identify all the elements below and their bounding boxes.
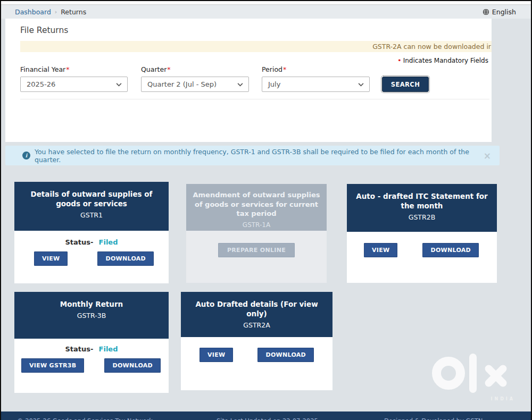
breadcrumb-dashboard-link[interactable]: Dashboard: [15, 8, 51, 16]
gstr2b-download-button[interactable]: DOWNLOAD: [422, 243, 479, 257]
status-badge: Filed: [99, 345, 118, 353]
card-gstr2a-header: Auto Drafted details (For view only) GST…: [181, 292, 332, 337]
page-title: File Returns: [5, 19, 492, 35]
top-strip: [1, 1, 531, 5]
close-icon[interactable]: ×: [483, 150, 492, 161]
card-gstr1-subtitle: GSTR1: [21, 211, 162, 219]
breadcrumb-separator: ›: [55, 9, 57, 15]
required-marker: *: [167, 65, 170, 73]
chevron-down-icon: [116, 80, 122, 88]
required-marker: *: [66, 65, 69, 73]
period-label: Period*: [262, 65, 370, 73]
financial-year-value: 2025-26: [27, 80, 55, 88]
file-returns-page: Dashboard › Returns English File Returns…: [0, 0, 532, 420]
olx-logo-icon: [432, 351, 517, 396]
quarter-select[interactable]: Quarter 2 (Jul - Sep): [141, 77, 249, 92]
card-gstr2a: Auto Drafted details (For view only) GST…: [181, 292, 332, 390]
footer-credit: Designed & Developed by GSTN: [384, 417, 483, 420]
card-gstr1-status: Status- Filed: [14, 238, 169, 246]
gstr1a-prepare-online-button: PREPARE ONLINE: [218, 243, 295, 257]
card-gstr2b: Auto - drafted ITC Statement for the mon…: [347, 184, 497, 283]
olx-watermark: INDIA: [432, 351, 517, 404]
info-banner-text: You have selected to file the return on …: [35, 148, 483, 164]
period-select[interactable]: July: [262, 77, 370, 92]
quarter-value: Quarter 2 (Jul - Sep): [147, 80, 217, 88]
globe-icon: [483, 9, 489, 15]
breadcrumb: Dashboard › Returns: [15, 8, 86, 16]
card-gstr1: Details of outward supplies of goods or …: [14, 182, 169, 283]
period-value: July: [268, 80, 280, 88]
watermark-india-label: INDIA: [491, 397, 515, 401]
footer: © 2025-26 Goods and Services Tax Network…: [1, 411, 531, 420]
card-gstr2b-header: Auto - drafted ITC Statement for the mon…: [347, 184, 497, 232]
required-marker: *: [283, 65, 286, 73]
top-bar: Dashboard › Returns English: [1, 5, 531, 19]
card-gstr3b-status: Status- Filed: [14, 345, 169, 353]
file-returns-panel: File Returns GSTR-2A can now be download…: [5, 19, 492, 142]
card-gstr3b-header: Monthly Return GSTR-3B: [14, 292, 169, 339]
chevron-down-icon: [358, 80, 364, 88]
language-label: English: [492, 8, 516, 16]
card-gstr1a-subtitle: GSTR-1A: [193, 221, 320, 229]
info-banner: i You have selected to file the return o…: [5, 146, 500, 165]
news-ticker: GSTR-2A can now be downloaded ir: [20, 41, 492, 52]
breadcrumb-current: Returns: [61, 8, 86, 16]
gstr3b-download-button[interactable]: DOWNLOAD: [104, 358, 161, 373]
card-gstr1a-title: Amendment of outward supplies of goods o…: [193, 190, 320, 219]
financial-year-label: Financial Year*: [20, 65, 128, 73]
search-button[interactable]: SEARCH: [382, 77, 429, 92]
mandatory-fields-note: •Indicates Mandatory Fields: [5, 56, 488, 64]
gstr3b-view-button[interactable]: VIEW GSTR3B: [21, 358, 84, 373]
gstr2a-view-button[interactable]: VIEW: [200, 348, 233, 362]
gstr2b-view-button[interactable]: VIEW: [364, 243, 397, 257]
card-gstr1-title: Details of outward supplies of goods or …: [21, 189, 162, 208]
quarter-label: Quarter*: [141, 65, 249, 73]
mandatory-marker: •: [397, 56, 402, 64]
financial-year-select[interactable]: 2025-26: [20, 77, 128, 92]
card-gstr1-header: Details of outward supplies of goods or …: [14, 182, 169, 231]
divider: [20, 99, 489, 99]
gstr1-download-button[interactable]: DOWNLOAD: [97, 251, 154, 266]
status-badge: Filed: [99, 238, 118, 246]
language-selector[interactable]: English: [483, 8, 516, 16]
gstr2a-download-button[interactable]: DOWNLOAD: [257, 348, 314, 362]
footer-copyright: © 2025-26 Goods and Services Tax Network: [17, 417, 153, 420]
quarter-field: Quarter* Quarter 2 (Jul - Sep): [141, 65, 249, 92]
card-gstr2a-subtitle: GSTR2A: [187, 321, 326, 329]
chevron-down-icon: [237, 80, 243, 88]
period-field: Period* July: [262, 65, 370, 92]
financial-year-field: Financial Year* 2025-26: [20, 65, 128, 92]
card-gstr2b-title: Auto - drafted ITC Statement for the mon…: [353, 191, 491, 211]
card-gstr1a: Amendment of outward supplies of goods o…: [186, 184, 327, 283]
gstr1-view-button[interactable]: VIEW: [34, 251, 68, 266]
info-icon: i: [22, 152, 30, 159]
card-gstr3b: Monthly Return GSTR-3B Status- Filed VIE…: [14, 292, 169, 393]
card-gstr2b-subtitle: GSTR2B: [353, 213, 491, 221]
card-gstr2a-title: Auto Drafted details (For view only): [187, 299, 326, 318]
card-gstr3b-title: Monthly Return: [21, 299, 162, 309]
card-gstr3b-subtitle: GSTR-3B: [21, 312, 162, 320]
card-gstr1a-header: Amendment of outward supplies of goods o…: [186, 184, 327, 231]
footer-last-updated: Site Last Updated on 22-07-2025: [217, 417, 318, 420]
